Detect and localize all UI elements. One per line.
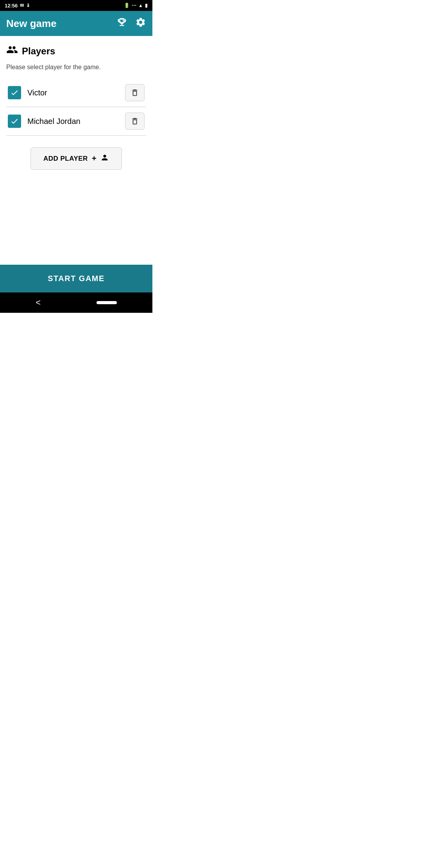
player-1-checkbox[interactable] [8,86,21,99]
players-title: Players [22,46,55,57]
player-item: Michael Jordan [6,107,146,136]
player-2-name: Michael Jordan [27,117,125,126]
player-1-name: Victor [27,88,125,97]
wifi-icon: ⋯ [132,3,136,8]
player-2-delete-button[interactable] [125,113,145,130]
add-player-button[interactable]: ADD PLAYER + [30,147,122,170]
status-bar-left: 12:56 ✉ ⇓ [5,3,30,9]
main-content: Players Please select player for the gam… [0,36,152,265]
download-icon: ⇓ [26,3,30,8]
add-player-label: ADD PLAYER [43,155,88,163]
add-player-container: ADD PLAYER + [6,147,146,170]
home-indicator[interactable] [97,301,117,304]
people-icon [6,44,18,58]
player-item: Victor [6,79,146,107]
vibrate-icon: 🔋 [124,3,130,8]
signal-icon: ▲ [138,3,143,8]
player-2-checkbox[interactable] [8,115,21,128]
settings-icon[interactable] [135,17,146,30]
status-bar-right: 🔋 ⋯ ▲ ▮ [124,3,148,8]
plus-icon: + [92,154,97,163]
back-button[interactable]: < [36,298,41,308]
app-bar-title: New game [6,18,57,30]
status-time: 12:56 [5,3,18,9]
app-bar: New game [0,11,152,36]
app-bar-actions [116,17,146,30]
start-game-button[interactable]: START GAME [0,265,152,292]
status-bar: 12:56 ✉ ⇓ 🔋 ⋯ ▲ ▮ [0,0,152,11]
whatsapp-icon: ✉ [20,3,24,8]
person-icon [100,153,109,164]
section-header: Players [6,44,146,58]
players-subtitle: Please select player for the game. [6,64,146,71]
battery-icon: ▮ [145,3,148,8]
player-1-delete-button[interactable] [125,84,145,101]
content-spacer [6,170,146,257]
bottom-nav: < [0,292,152,313]
trophy-icon[interactable] [116,17,127,30]
